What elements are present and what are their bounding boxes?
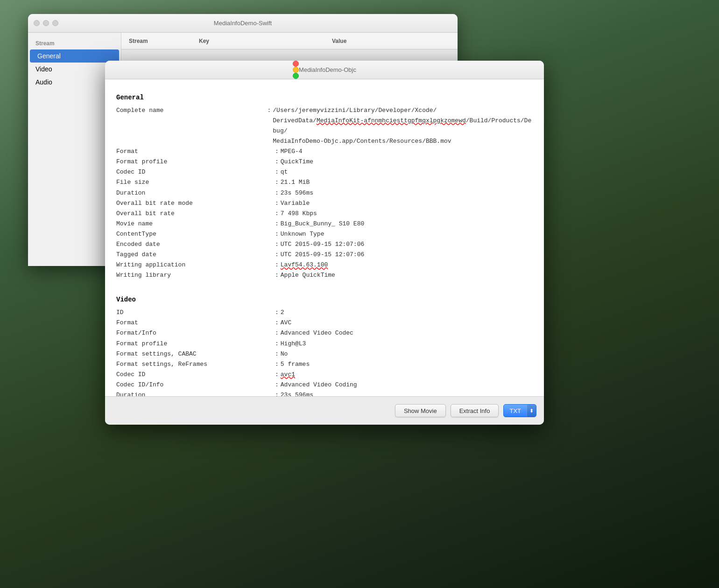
value-format-settings-reframes: 5 frames (281, 359, 310, 370)
info-row-movie-name: Movie name : Big_Buck_Bunny_ S10 E80 (116, 219, 533, 229)
key-format-settings-reframes: Format settings, ReFrames (116, 359, 275, 370)
info-row-format-profile: Format profile : QuickTime (116, 157, 533, 167)
objc-footer: Show Movie Extract Info TXT ⬍ (105, 397, 544, 425)
value-format: MPEG-4 (281, 147, 303, 157)
key-encoded-date: Encoded date (116, 239, 275, 250)
show-movie-button[interactable]: Show Movie (395, 404, 446, 417)
format-label: TXT (504, 405, 527, 417)
key-video-format-profile: Format profile (116, 339, 275, 349)
info-row-file-size: File size : 21.1 MiB (116, 177, 533, 188)
info-row-duration: Duration : 23s 596ms (116, 188, 533, 198)
key-writing-application: Writing application (116, 260, 275, 270)
value-format-profile: QuickTime (281, 157, 313, 167)
info-row-writing-library: Writing library : Apple QuickTime (116, 270, 533, 280)
info-row-codec-id-info: Codec ID/Info : Advanced Video Coding (116, 380, 533, 390)
sidebar-header: Stream (28, 37, 121, 49)
info-row-encoded-date: Encoded date : UTC 2015-09-15 12:07:06 (116, 239, 533, 250)
format-selector[interactable]: TXT ⬍ (503, 404, 536, 417)
value-encoded-date: UTC 2015-09-15 12:07:06 (281, 239, 364, 250)
video-section-header: Video (116, 294, 533, 306)
key-video-id: ID (116, 308, 275, 318)
swift-window-title: MediaInfoDemo-Swift (214, 20, 272, 27)
format-dropdown-arrow[interactable]: ⬍ (527, 404, 536, 417)
key-file-size: File size (116, 177, 275, 188)
objc-minimize-button[interactable] (293, 67, 299, 73)
objc-close-button[interactable] (293, 61, 299, 67)
format-select-inner[interactable]: TXT ⬍ (503, 404, 536, 417)
key-movie-name: Movie name (116, 219, 275, 229)
info-row-format-settings-cabac: Format settings, CABAC : No (116, 349, 533, 359)
info-row-video-codec-id: Codec ID : avc1 (116, 370, 533, 380)
key-overall-bit-rate: Overall bit rate (116, 209, 275, 219)
key-video-format: Format (116, 318, 275, 328)
swift-traffic-lights (34, 20, 58, 26)
objc-traffic-lights (293, 61, 299, 79)
value-video-id: 2 (281, 308, 284, 318)
general-section-header: General (116, 92, 533, 104)
info-row-format-info: Format/Info : Advanced Video Codec (116, 328, 533, 338)
key-tagged-date: Tagged date (116, 250, 275, 260)
value-overall-bit-rate: 7 498 Kbps (281, 209, 317, 219)
value-video-codec-id: avc1 (281, 370, 295, 380)
objc-content-area: General Complete name : /Users/jeremyviz… (105, 79, 544, 397)
key-complete-name: Complete name (116, 105, 267, 147)
value-content-type: Unknown Type (281, 229, 324, 239)
info-row-complete-name: Complete name : /Users/jeremyvizzini/Lib… (116, 105, 533, 147)
swift-close-button[interactable] (34, 20, 40, 26)
value-movie-name: Big_Buck_Bunny_ S10 E80 (281, 219, 364, 229)
value-codec-id: qt (281, 167, 288, 177)
value-format-info: Advanced Video Codec (281, 328, 353, 338)
key-codec-id: Codec ID (116, 167, 275, 177)
swift-maximize-button[interactable] (52, 20, 58, 26)
key-writing-library: Writing library (116, 270, 275, 280)
info-row-format-settings-reframes: Format settings, ReFrames : 5 frames (116, 359, 533, 370)
value-overall-bit-rate-mode: Variable (281, 198, 310, 209)
info-row-overall-bit-rate-mode: Overall bit rate mode : Variable (116, 198, 533, 209)
objc-window-title: MediaInfoDemo-Objc (299, 66, 356, 73)
th-key: Key (191, 38, 324, 44)
info-row-video-format: Format : AVC (116, 318, 533, 328)
swift-table-header: Stream Key Value (121, 33, 458, 49)
key-format-profile: Format profile (116, 157, 275, 167)
value-duration: 23s 596ms (281, 188, 313, 198)
value-writing-library: Apple QuickTime (281, 270, 335, 280)
key-format: Format (116, 147, 275, 157)
objc-maximize-button[interactable] (293, 73, 299, 79)
info-row-content-type: ContentType : Unknown Type (116, 229, 533, 239)
value-complete-name: /Users/jeremyvizzini/Library/Developer/X… (273, 105, 533, 147)
objc-title-bar: MediaInfoDemo-Objc (105, 61, 544, 79)
value-codec-id-info: Advanced Video Coding (281, 380, 357, 390)
key-format-settings-cabac: Format settings, CABAC (116, 349, 275, 359)
info-row-video-id: ID : 2 (116, 308, 533, 318)
value-file-size: 21.1 MiB (281, 177, 310, 188)
key-format-info: Format/Info (116, 328, 275, 338)
th-stream: Stream (121, 38, 191, 44)
info-row-codec-id: Codec ID : qt (116, 167, 533, 177)
key-duration: Duration (116, 188, 275, 198)
swift-minimize-button[interactable] (43, 20, 49, 26)
th-value: Value (324, 38, 458, 44)
key-content-type: ContentType (116, 229, 275, 239)
value-video-format: AVC (281, 318, 291, 328)
sidebar-item-general[interactable]: General (30, 49, 119, 63)
key-overall-bit-rate-mode: Overall bit rate mode (116, 198, 275, 209)
info-row-tagged-date: Tagged date : UTC 2015-09-15 12:07:06 (116, 250, 533, 260)
key-video-codec-id: Codec ID (116, 370, 275, 380)
value-video-format-profile: High@L3 (281, 339, 306, 349)
info-row-format: Format : MPEG-4 (116, 147, 533, 157)
info-row-overall-bit-rate: Overall bit rate : 7 498 Kbps (116, 209, 533, 219)
value-tagged-date: UTC 2015-09-15 12:07:06 (281, 250, 364, 260)
key-video-duration: Duration (116, 390, 275, 397)
swift-title-bar: MediaInfoDemo-Swift (28, 14, 458, 33)
key-codec-id-info: Codec ID/Info (116, 380, 275, 390)
value-writing-application: Lavf54.63.100 (281, 260, 328, 270)
value-format-settings-cabac: No (281, 349, 288, 359)
info-row-video-duration: Duration : 23s 596ms (116, 390, 533, 397)
info-row-video-format-profile: Format profile : High@L3 (116, 339, 533, 349)
window-objc: MediaInfoDemo-Objc General Complete name… (105, 61, 544, 425)
info-row-writing-application: Writing application : Lavf54.63.100 (116, 260, 533, 270)
value-video-duration: 23s 596ms (281, 390, 313, 397)
extract-info-button[interactable]: Extract Info (451, 404, 499, 417)
